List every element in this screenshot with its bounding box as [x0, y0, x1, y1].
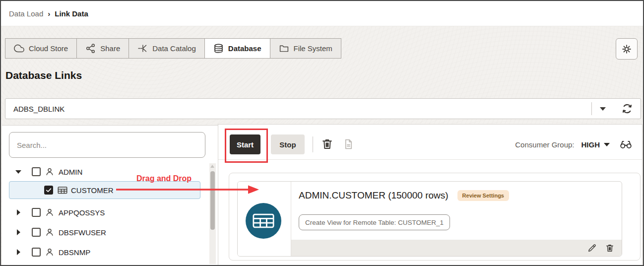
database-icon — [213, 43, 224, 54]
chevron-down-icon — [600, 107, 606, 111]
dbsnmp-checkbox[interactable] — [32, 248, 41, 257]
tree-node-customer-selected[interactable]: CUSTOMER — [9, 181, 200, 199]
job-title: ADMIN.CUSTOMER (150000 rows) — [299, 190, 449, 201]
table-icon — [57, 185, 68, 196]
dbsfwuser-checkbox[interactable] — [32, 228, 41, 237]
share-icon — [85, 43, 96, 54]
drag-and-drop-annotation: Drag and Drop — [136, 174, 192, 183]
cloud-icon — [14, 43, 24, 54]
user-icon — [45, 227, 56, 238]
card-action-strip — [291, 240, 622, 256]
link-job-card: ADMIN.CUSTOMER (150000 rows) Review Sett… — [237, 181, 622, 257]
pencil-icon — [587, 243, 597, 253]
chevron-down-icon — [604, 143, 610, 146]
tab-label: Data Catalog — [152, 44, 196, 53]
link-job-card-container: ADMIN.CUSTOMER (150000 rows) Review Sett… — [229, 173, 641, 261]
user-icon — [45, 166, 56, 177]
dblink-dropdown-button[interactable] — [592, 107, 614, 111]
tab-file-system[interactable]: File System — [270, 38, 341, 59]
breadcrumb-current: Link Data — [55, 9, 88, 18]
consumer-group-dropdown[interactable]: HIGH — [581, 140, 610, 149]
user-icon — [45, 247, 56, 258]
tree-node-label: DBSFWUSER — [59, 228, 106, 237]
refresh-icon — [621, 103, 633, 115]
scrollbar-thumb[interactable] — [210, 171, 215, 230]
tab-data-catalog[interactable]: Data Catalog — [129, 38, 205, 59]
breadcrumb-parent[interactable]: Data Load — [9, 9, 43, 18]
card-icon-column — [238, 182, 291, 256]
user-icon — [45, 207, 56, 218]
tab-label: Cloud Store — [29, 44, 68, 53]
tab-cloud-store[interactable]: Cloud Store — [5, 38, 77, 59]
chevron-right-icon[interactable] — [17, 209, 20, 215]
data-catalog-icon — [137, 43, 148, 54]
chevron-down-icon[interactable] — [15, 170, 21, 174]
divider — [218, 159, 642, 160]
tab-database[interactable]: Database — [204, 38, 270, 59]
trash-icon — [321, 137, 334, 151]
tree-node-label: CUSTOMER — [71, 186, 114, 195]
tab-label: Share — [100, 44, 120, 53]
tree-node-label: APPQOSSYS — [59, 208, 105, 217]
delete-job-button[interactable] — [605, 243, 615, 253]
tree-node-dbsnmp[interactable]: DBSNMP — [15, 246, 90, 259]
link-jobs-panel: Start Stop Consumer Group: HIGH — [218, 124, 643, 265]
stop-button[interactable]: Stop — [271, 134, 305, 154]
schema-tree-panel: ADMIN CUSTOMER APPQOSSYS DBSFWUSER DBSN — [2, 125, 218, 265]
refresh-button[interactable] — [614, 103, 641, 115]
consumer-group-value: HIGH — [581, 140, 600, 149]
tab-share[interactable]: Share — [76, 38, 129, 59]
settings-button[interactable] — [616, 38, 638, 60]
folder-icon — [279, 43, 289, 54]
table-icon — [253, 213, 274, 228]
create-view-label: Create View for Remote Table: CUSTOMER_1 — [299, 214, 450, 230]
scroll-up-arrow-icon[interactable] — [210, 165, 214, 168]
trash-icon — [605, 243, 615, 253]
divider — [313, 136, 313, 152]
document-icon — [342, 138, 355, 150]
edit-button[interactable] — [587, 243, 597, 253]
tree-node-admin[interactable]: ADMIN — [15, 165, 82, 178]
consumer-group-controls: Consumer Group: HIGH — [515, 134, 632, 154]
consumer-group-label: Consumer Group: — [515, 140, 574, 149]
review-settings-badge[interactable]: Review Settings — [457, 190, 509, 201]
preview-button[interactable] — [620, 138, 632, 151]
chevron-right-icon[interactable] — [17, 249, 20, 255]
tree-node-label: DBSNMP — [59, 248, 90, 257]
dblink-select[interactable]: ADBS_DBLINK — [5, 98, 641, 119]
gear-icon — [621, 44, 632, 55]
tab-label: File System — [294, 44, 332, 53]
source-tabbar: Cloud Store Share Data Catalog Database … — [5, 38, 341, 59]
tree-scrollbar[interactable] — [209, 163, 216, 264]
appqossys-checkbox[interactable] — [32, 208, 41, 217]
check-icon — [45, 187, 52, 194]
table-badge — [246, 203, 281, 239]
customer-checkbox[interactable] — [44, 186, 53, 195]
tree-node-appqossys[interactable]: APPQOSSYS — [15, 206, 105, 219]
search-input[interactable] — [9, 132, 205, 158]
admin-checkbox[interactable] — [32, 167, 41, 176]
page-title: Database Links — [5, 69, 82, 81]
tree-node-dbsfwuser[interactable]: DBSFWUSER — [15, 226, 106, 239]
binoculars-icon — [620, 138, 632, 151]
chevron-right-icon[interactable] — [17, 229, 20, 235]
breadcrumb-separator: › — [48, 9, 50, 18]
start-button[interactable]: Start — [230, 134, 260, 154]
tab-label: Database — [228, 44, 261, 53]
report-button-disabled[interactable] — [342, 138, 355, 150]
breadcrumb: Data Load › Link Data — [1, 1, 643, 26]
tree-node-label: ADMIN — [59, 168, 82, 176]
dblink-selected-value: ADBS_DBLINK — [5, 105, 591, 113]
app-window: Data Load › Link Data Cloud Store Share … — [0, 0, 644, 266]
delete-button[interactable] — [321, 137, 334, 151]
